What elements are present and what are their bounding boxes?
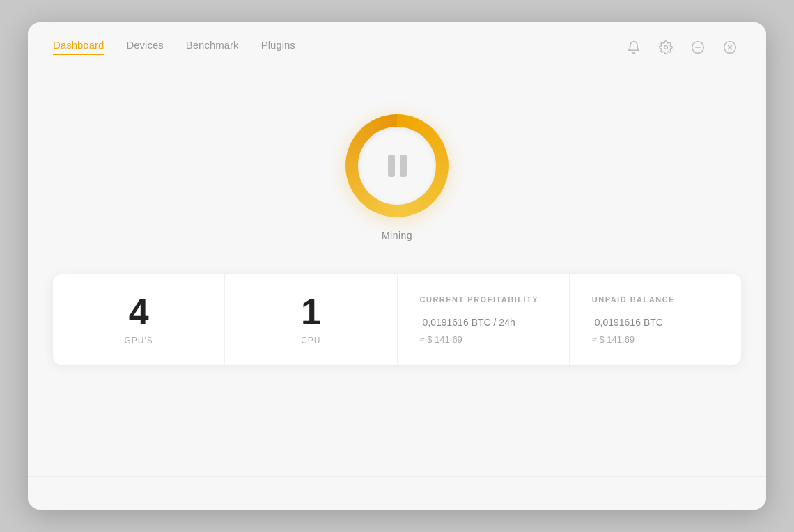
gpu-count-value: 4 [129, 294, 149, 330]
minimize-icon [691, 40, 705, 54]
stats-row: 4 GPU'S 1 CPU CURRENT PROFITABILITY 0,01… [53, 274, 741, 365]
gpu-stat-card: 4 GPU'S [53, 274, 225, 365]
balance-unit: BTC [644, 317, 663, 328]
nav-tabs: Dashboard Devices Benchmark Plugins [53, 39, 295, 55]
cpu-label: CPU [301, 336, 320, 345]
minimize-icon-button[interactable] [687, 36, 709, 58]
pause-icon [388, 155, 407, 177]
pause-bar-left [388, 155, 395, 177]
profitability-stat-card: CURRENT PROFITABILITY 0,0191616BTC / 24h… [398, 274, 570, 365]
gear-icon [659, 40, 673, 54]
app-window: Dashboard Devices Benchmark Plugins [28, 22, 766, 510]
balance-stat-card: UNPAID BALANCE 0,0191616BTC ≈ $ 141,69 [570, 274, 741, 365]
main-content: Mining 4 GPU'S 1 CPU CURRENT PROFITABILI… [28, 72, 766, 476]
mining-button-inner [358, 127, 436, 205]
svg-point-0 [664, 45, 668, 49]
nav-bar: Dashboard Devices Benchmark Plugins [28, 22, 766, 72]
mining-toggle-button[interactable] [345, 114, 449, 217]
tab-plugins[interactable]: Plugins [261, 39, 295, 55]
profitability-header: CURRENT PROFITABILITY [420, 295, 539, 304]
bottom-bar [28, 476, 766, 510]
profitability-unit: BTC / 24h [472, 317, 515, 328]
tab-devices[interactable]: Devices [126, 39, 163, 55]
cpu-count-value: 1 [301, 294, 321, 330]
profitability-approx: ≈ $ 141,69 [420, 334, 462, 345]
gpu-label: GPU'S [124, 336, 153, 345]
balance-value: 0,0191616BTC [592, 312, 663, 330]
mining-area: Mining [345, 114, 449, 241]
balance-approx: ≈ $ 141,69 [592, 334, 635, 345]
bell-icon [627, 40, 641, 54]
close-icon [723, 40, 737, 54]
bell-icon-button[interactable] [623, 36, 645, 58]
balance-header: UNPAID BALANCE [592, 295, 675, 304]
close-icon-button[interactable] [719, 36, 741, 58]
profitability-value: 0,0191616BTC / 24h [420, 312, 515, 330]
tab-dashboard[interactable]: Dashboard [53, 39, 104, 55]
nav-actions [623, 36, 741, 58]
cpu-stat-card: 1 CPU [225, 274, 397, 365]
mining-status-label: Mining [382, 230, 412, 241]
tab-benchmark[interactable]: Benchmark [186, 39, 239, 55]
settings-icon-button[interactable] [655, 36, 677, 58]
pause-bar-right [400, 155, 407, 177]
